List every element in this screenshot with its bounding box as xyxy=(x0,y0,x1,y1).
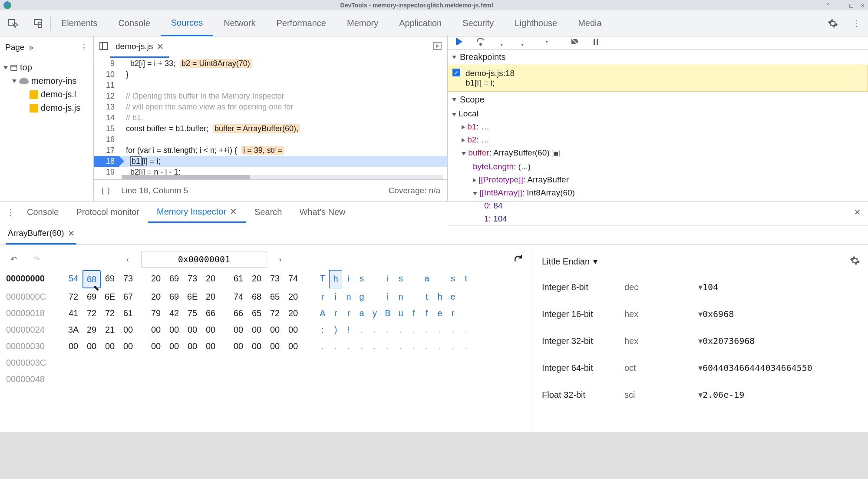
kebab-menu-icon[interactable]: ⋮ xyxy=(80,42,88,52)
drawer-tab-memory-inspector[interactable]: Memory Inspector✕ xyxy=(148,202,246,223)
code-line[interactable]: } xyxy=(119,69,447,80)
ascii-char[interactable]: . xyxy=(329,338,342,354)
hex-byte[interactable]: 00 xyxy=(147,321,165,338)
deactivate-breakpoints-icon[interactable] xyxy=(570,36,580,49)
step-into-icon[interactable] xyxy=(496,36,507,49)
ascii-char[interactable]: i xyxy=(342,270,355,288)
code-line[interactable] xyxy=(119,80,447,91)
hex-byte[interactable]: 00 xyxy=(165,338,183,354)
hex-byte[interactable]: 00 xyxy=(119,338,137,354)
ascii-char[interactable]: n xyxy=(342,288,355,305)
hex-byte[interactable]: 00 xyxy=(248,338,266,354)
hex-byte[interactable]: 73 xyxy=(183,270,201,288)
pretty-print-icon[interactable]: { } xyxy=(101,186,111,195)
main-tab-console[interactable]: Console xyxy=(108,10,160,36)
tree-file[interactable]: demo-js.js xyxy=(0,101,93,115)
line-number[interactable]: 11 xyxy=(94,80,119,91)
settings-gear-icon[interactable] xyxy=(824,14,842,33)
ascii-char[interactable]: . xyxy=(316,338,329,354)
ascii-char[interactable]: g xyxy=(355,288,368,305)
ascii-char[interactable]: . xyxy=(381,338,394,354)
code-line[interactable]: // b1. xyxy=(119,112,447,123)
drawer-tab-what-s-new[interactable]: What's New xyxy=(290,202,354,223)
ascii-char[interactable]: h xyxy=(433,288,446,305)
hex-byte[interactable]: 69 xyxy=(101,270,119,288)
hex-byte[interactable]: 20 xyxy=(201,270,220,288)
main-tab-network[interactable]: Network xyxy=(213,10,266,36)
more-tabs-icon[interactable]: » xyxy=(29,43,33,52)
hex-byte[interactable]: 00 xyxy=(183,321,201,338)
file-tab[interactable]: demo-js.js ✕ xyxy=(110,36,169,58)
hex-byte[interactable]: 20 xyxy=(147,288,165,305)
main-tab-security[interactable]: Security xyxy=(452,10,504,36)
ascii-char[interactable]: B xyxy=(381,305,394,321)
kebab-menu-icon[interactable]: ⋮ xyxy=(3,208,18,217)
ascii-char[interactable]: . xyxy=(355,338,368,354)
hex-byte[interactable]: 61 xyxy=(119,305,137,321)
ascii-char[interactable] xyxy=(459,305,472,321)
close-icon[interactable]: ✕ xyxy=(230,206,237,217)
ascii-char[interactable]: e xyxy=(446,288,459,305)
breakpoints-header[interactable]: Breakpoints xyxy=(448,50,868,65)
ascii-char[interactable]: i xyxy=(381,270,394,288)
close-drawer-icon[interactable]: ✕ xyxy=(850,208,865,217)
address-input[interactable] xyxy=(141,251,267,268)
hex-byte[interactable]: 00 xyxy=(229,321,248,338)
hex-byte[interactable]: 20 xyxy=(284,305,302,321)
hex-byte[interactable]: 20 xyxy=(284,288,302,305)
ascii-char[interactable]: n xyxy=(394,288,407,305)
code-line[interactable]: for (var i = str.length; i < n; ++i) { i… xyxy=(119,145,447,156)
ascii-char[interactable]: T xyxy=(316,270,329,288)
horizontal-scrollbar[interactable] xyxy=(122,175,443,179)
ascii-char[interactable]: f xyxy=(420,305,433,321)
ascii-char[interactable]: y xyxy=(368,305,381,321)
step-icon[interactable] xyxy=(538,36,548,49)
ascii-char[interactable]: s xyxy=(355,270,368,288)
ascii-char[interactable]: f xyxy=(407,305,420,321)
ascii-char[interactable]: . xyxy=(342,338,355,354)
hex-byte[interactable]: 69 xyxy=(165,288,183,305)
code-line[interactable]: // will open the same view as for openin… xyxy=(119,102,447,112)
hex-byte[interactable]: 75 xyxy=(183,305,201,321)
hex-byte[interactable]: 65 xyxy=(248,305,266,321)
code-line[interactable] xyxy=(119,134,447,145)
checkbox-icon[interactable]: ✓ xyxy=(452,69,460,76)
ascii-char[interactable]: a xyxy=(420,270,433,288)
code-line[interactable]: b2[i] = i + 33; b2 = Uint8Array(70) xyxy=(119,58,447,69)
hex-byte[interactable]: 61 xyxy=(229,270,248,288)
main-tab-media[interactable]: Media xyxy=(568,10,612,36)
line-number[interactable]: 12 xyxy=(94,91,119,102)
ascii-char[interactable]: a xyxy=(355,305,368,321)
ascii-char[interactable]: s xyxy=(446,270,459,288)
hex-byte[interactable]: 00 xyxy=(201,338,220,354)
scope-var[interactable]: b2: … xyxy=(452,133,868,146)
hex-byte[interactable]: 20 xyxy=(147,270,165,288)
hex-byte[interactable]: 73 xyxy=(266,270,284,288)
hex-byte[interactable]: 00 xyxy=(284,321,302,338)
hex-byte[interactable]: 41 xyxy=(64,305,83,321)
ascii-char[interactable]: . xyxy=(394,321,407,338)
hex-byte[interactable]: 73 xyxy=(119,270,137,288)
hex-byte[interactable]: 66 xyxy=(201,305,220,321)
line-number[interactable]: 13 xyxy=(94,102,119,112)
scope-header[interactable]: Scope xyxy=(448,92,868,107)
ascii-char[interactable] xyxy=(459,288,472,305)
line-number[interactable]: 18 xyxy=(94,156,119,167)
kebab-menu-icon[interactable]: ⋮ xyxy=(847,14,865,33)
line-number[interactable]: 15 xyxy=(94,123,119,134)
settings-gear-icon[interactable] xyxy=(850,255,860,268)
main-tab-lighthouse[interactable]: Lighthouse xyxy=(504,10,568,36)
ascii-char[interactable]: i xyxy=(329,288,342,305)
line-number[interactable]: 9 xyxy=(94,58,119,69)
ascii-char[interactable]: . xyxy=(433,338,446,354)
memory-tab[interactable]: ArrayBuffer(60) ✕ xyxy=(6,223,76,244)
ascii-char[interactable]: . xyxy=(459,338,472,354)
tree-file[interactable]: demo-js.l xyxy=(0,88,93,101)
hex-byte[interactable]: 29 xyxy=(83,321,101,338)
hex-byte[interactable]: 66 xyxy=(229,305,248,321)
minimize-icon[interactable]: ⌃ xyxy=(826,2,830,9)
scope-prop[interactable]: byteLength: (...) xyxy=(452,160,868,173)
scope-var-buffer[interactable]: buffer: ArrayBuffer(60) ▦ xyxy=(452,146,868,160)
hex-byte[interactable]: 68 xyxy=(248,288,266,305)
hex-byte[interactable]: 72 xyxy=(83,305,101,321)
